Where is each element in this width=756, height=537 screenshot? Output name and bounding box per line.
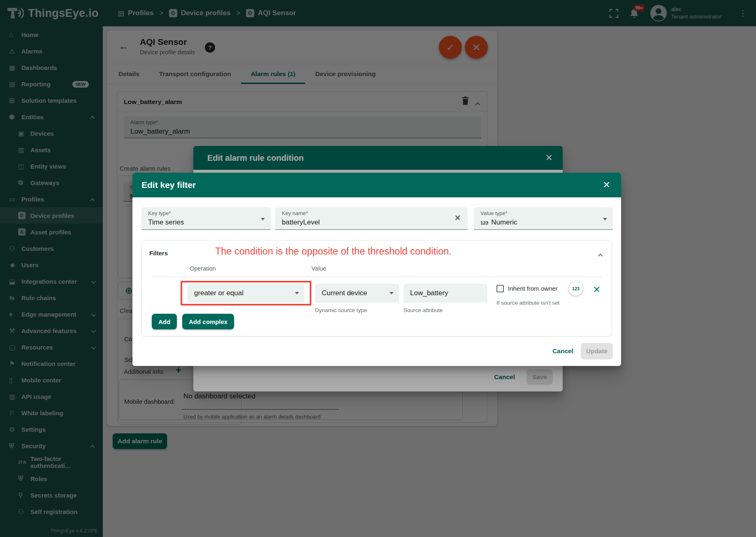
value-type-select[interactable]: Value type* 123Numeric (474, 207, 613, 230)
source-attribute-field[interactable]: Low_battery (404, 284, 487, 303)
numeric-value-badge[interactable]: 123 (569, 282, 583, 296)
add-complex-filter-button[interactable]: Add complex (182, 314, 234, 329)
add-filter-button[interactable]: Add (152, 314, 177, 329)
numeric-type-icon: 123 (480, 220, 488, 225)
app-root: ThingsEye.io ▤Profiles>DDevice profiles>… (0, 0, 756, 537)
filters-section: Filters The condition is the opposite of… (141, 240, 612, 336)
value-type-label: Value type* (480, 210, 508, 216)
dynamic-source-hint: Dynamic source type (315, 307, 367, 313)
clear-key-name-icon[interactable]: ✕ (454, 213, 461, 223)
key-filter-title: Edit key filter (141, 180, 603, 190)
operation-column-header: Operation (190, 265, 216, 272)
inherit-from-owner-checkbox[interactable] (496, 285, 504, 292)
key-filter-cancel-button[interactable]: Cancel (548, 344, 577, 358)
inherit-from-owner-label[interactable]: Inherit from owner (508, 285, 558, 292)
remove-filter-icon[interactable]: ✕ (593, 284, 601, 295)
key-name-value: batteryLevel (282, 218, 320, 227)
key-filter-close-icon[interactable]: ✕ (603, 180, 610, 190)
edit-key-filter-dialog: Edit key filter ✕ Key type* Time series … (132, 173, 621, 366)
source-attribute-value: Low_battery (410, 289, 448, 297)
filters-label: Filters (149, 250, 168, 257)
key-name-field[interactable]: Key name* batteryLevel ✕ (275, 207, 468, 230)
annotation-text: The condition is the opposite of the thr… (215, 246, 452, 257)
value-column-header: Value (311, 265, 326, 272)
operation-select[interactable]: greater or equal (188, 284, 304, 303)
dropdown-arrow-icon (603, 218, 607, 220)
operation-value: greater or equal (194, 289, 243, 297)
dynamic-source-select[interactable]: Current device (315, 284, 399, 303)
dropdown-arrow-icon (295, 292, 299, 294)
key-filter-header: Edit key filter ✕ (132, 173, 621, 197)
key-type-label: Key type* (148, 210, 171, 216)
key-type-select[interactable]: Key type* Time series (141, 207, 271, 230)
key-filter-footer: Cancel Update (132, 336, 621, 366)
key-type-value: Time series (148, 218, 184, 227)
key-name-label: Key name* (282, 210, 308, 216)
dropdown-arrow-icon (390, 292, 394, 294)
key-filter-update-button[interactable]: Update (581, 343, 613, 359)
source-attribute-hint: Source attribute (404, 307, 443, 313)
inherit-hint: If source attribute isn't set (496, 300, 559, 306)
value-type-value: 123Numeric (480, 218, 517, 227)
filters-divider (152, 277, 602, 277)
dynamic-source-value: Current device (322, 289, 367, 297)
dropdown-arrow-icon (261, 218, 265, 220)
filters-collapse-icon[interactable] (599, 251, 603, 259)
